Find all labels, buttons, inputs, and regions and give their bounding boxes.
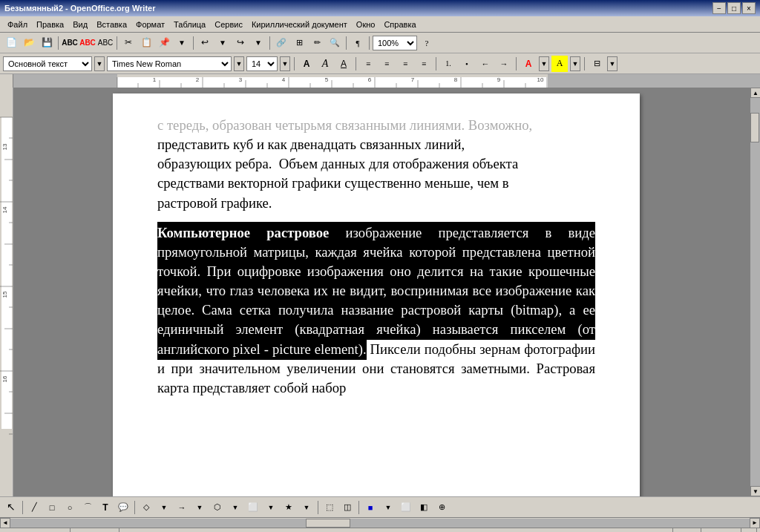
font-dropdown-button[interactable]: ▼ [234,56,244,71]
cut-button[interactable]: ✂ [120,35,137,51]
bullets-button[interactable]: • [459,56,475,72]
hscroll-thumb[interactable] [306,519,350,528]
flowchart-button[interactable]: ⬡ [209,499,226,516]
maximize-button[interactable]: □ [727,2,741,14]
align-right-button[interactable]: ≡ [397,56,413,72]
callouts-dropdown[interactable]: ▼ [263,499,279,516]
menu-cyrillic[interactable]: Кириллический документ [247,19,352,30]
arrows-button[interactable]: → [174,499,190,516]
copy-button[interactable]: 📋 [138,35,154,51]
show-draw-button[interactable]: ✏ [309,35,325,51]
close-button[interactable]: × [742,2,756,14]
line-tool[interactable]: ╱ [26,499,42,516]
underline-button[interactable]: A [335,56,352,72]
italic-button[interactable]: A [317,56,333,72]
flowchart-dropdown[interactable]: ▼ [227,499,243,516]
zoom-select[interactable]: 100% [373,36,417,50]
font-size-select[interactable]: 14 [246,56,278,71]
bold-button[interactable]: A [298,56,315,72]
undo-button[interactable]: ↩ [197,35,213,51]
open-button[interactable]: 📂 [21,35,37,51]
text-tool[interactable]: T [97,499,114,516]
redo-button[interactable]: ↪ [232,35,249,51]
redo-list-button[interactable]: ▼ [250,35,266,51]
spellcheck2-button[interactable]: ABC [79,35,96,51]
align-left-button[interactable]: ≡ [360,56,376,72]
extrusion-button[interactable]: ⬚ [321,499,338,516]
shapes-dropdown[interactable]: ▼ [156,499,172,516]
horizontal-scrollbar[interactable]: ◄ ► [0,517,760,528]
undo-list-button[interactable]: ▼ [214,35,231,51]
svg-text:14: 14 [1,206,8,213]
nonprint-button[interactable]: ¶ [350,35,366,51]
align-justify-button[interactable]: ≡ [416,56,432,72]
decrease-indent-button[interactable]: ← [477,56,494,72]
select-tool[interactable]: ↖ [3,499,19,516]
document-scroll-area[interactable]: с тередь, образован четырьмя связанными … [13,88,750,496]
menu-format[interactable]: Формат [131,19,169,30]
insert-mode-section: ВСТ [673,528,701,532]
stars-dropdown[interactable]: ▼ [298,499,315,516]
minimize-button[interactable]: − [712,2,726,14]
paste-button[interactable]: 📌 [156,35,172,51]
align-center-button[interactable]: ≡ [379,56,395,72]
formatting-toolbar: Основной текст ▼ Times New Roman ▼ 14 ▼ … [0,53,760,74]
freeform-tool[interactable]: ⌒ [79,499,96,516]
callout-tool[interactable]: 💬 [115,499,131,516]
toolbar-separator-1 [58,36,59,50]
menu-insert[interactable]: Вставка [92,19,131,30]
hyperlink-button[interactable]: 🔗 [273,35,289,51]
scroll-thumb[interactable] [750,113,759,142]
scroll-up-button[interactable]: ▲ [750,88,760,98]
menu-file[interactable]: Файл [3,19,32,30]
svg-text:10: 10 [537,76,544,83]
scroll-right-button[interactable]: ► [750,518,760,528]
scroll-left-button[interactable]: ◄ [0,518,10,528]
fill-color-draw[interactable]: ■ [362,499,379,516]
border-dropdown[interactable]: ▼ [607,56,618,71]
new-button[interactable]: 📄 [3,35,19,51]
rectangle-tool[interactable]: □ [44,499,60,516]
border-button[interactable]: ⊟ [589,56,605,72]
align-draw-button[interactable]: ◫ [339,499,356,516]
shadow-button[interactable]: ◧ [416,499,432,516]
arrows-dropdown[interactable]: ▼ [191,499,208,516]
stars-button[interactable]: ★ [281,499,297,516]
zoom-help-button[interactable]: ? [419,35,435,51]
line-color-draw[interactable]: ⬜ [398,499,414,516]
size-dropdown-button[interactable]: ▼ [280,56,290,71]
spellcheck-button[interactable]: ABC [62,35,78,51]
font-color-button[interactable]: A [520,56,537,72]
menu-table[interactable]: Таблица [169,19,210,30]
menu-tools[interactable]: Сервис [210,19,247,30]
highlight-dropdown[interactable]: ▼ [570,56,580,71]
vertical-scrollbar[interactable]: ▲ ▼ [750,88,760,496]
scroll-track[interactable] [750,98,760,486]
ellipse-tool[interactable]: ○ [62,499,78,516]
menu-help[interactable]: Справка [379,19,420,30]
paste-special-button[interactable]: ▼ [174,35,190,51]
insert-object[interactable]: ⊕ [433,499,450,516]
numbering-button[interactable]: 1. [440,56,456,72]
find-button[interactable]: 🔍 [327,35,343,51]
highlight-button[interactable]: A [551,56,568,72]
menu-window[interactable]: Окно [352,19,380,30]
table-button[interactable]: ⊞ [291,35,307,51]
shapes-button[interactable]: ◇ [138,499,154,516]
style-dropdown-button[interactable]: ▼ [94,56,105,71]
save-button[interactable]: 💾 [39,35,55,51]
menu-edit[interactable]: Правка [32,19,68,30]
scroll-down-button[interactable]: ▼ [750,486,760,496]
font-color-dropdown[interactable]: ▼ [539,56,549,71]
callouts-button[interactable]: ⬜ [245,499,261,516]
para1-text: с тередь, образован четырьмя связанными … [157,117,532,133]
paragraph-style-select[interactable]: Основной текст [3,56,92,71]
fill-color-dropdown[interactable]: ▼ [380,499,396,516]
font-name-select[interactable]: Times New Roman [107,56,232,71]
autocorrect-button[interactable]: ABC [97,35,114,51]
increase-indent-button[interactable]: → [496,56,512,72]
document-content: с тередь, образован четырьмя связанными … [157,116,595,398]
menu-view[interactable]: Вид [68,19,92,30]
svg-text:4: 4 [282,76,286,83]
hscroll-track[interactable] [10,519,750,528]
